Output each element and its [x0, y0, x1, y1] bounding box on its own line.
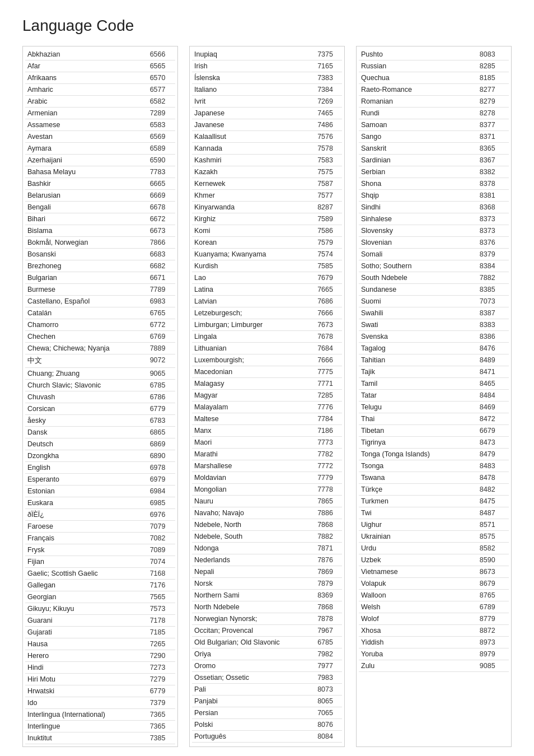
- language-name: Bislama: [25, 225, 148, 237]
- language-name: Walloon: [359, 590, 477, 601]
- language-name: åesky: [25, 415, 148, 427]
- table-row: Kernewek7587: [192, 178, 342, 190]
- language-name: Afrikaans: [25, 72, 148, 84]
- table-row: Wolof8779: [359, 613, 509, 625]
- language-name: Chuang; Zhuang: [25, 368, 148, 380]
- language-code: 8483: [477, 460, 509, 472]
- table-row: Svenska8386: [359, 331, 509, 343]
- language-name: Ndebele, North: [192, 519, 315, 531]
- language-name: Sundanese: [359, 284, 477, 296]
- table-row: Kirghiz7589: [192, 213, 342, 225]
- language-name: Latina: [192, 284, 315, 296]
- language-name: Occitan; Provencal: [192, 625, 315, 637]
- language-name: Hausa: [25, 638, 148, 650]
- table-row: Kuanyama; Kwanyama7574: [192, 249, 342, 260]
- table-row: Slovensky8373: [359, 225, 509, 237]
- table-row: Tswana8478: [359, 472, 509, 484]
- language-name: Deutsch: [25, 438, 148, 450]
- language-name: Luxembourgish;: [192, 354, 315, 366]
- language-name: Pushto: [359, 49, 477, 60]
- table-row: Manx7186: [192, 425, 342, 437]
- table-row: Interlingua (International)7365: [25, 709, 175, 721]
- language-table-1: Abkhazian6566Afar6565Afrikaans6570Amhari…: [25, 49, 175, 744]
- language-code: 6772: [148, 319, 175, 331]
- table-row: Bulgarian6671: [25, 272, 175, 284]
- table-row: Abkhazian6566: [25, 49, 175, 60]
- language-code: 7865: [315, 496, 342, 507]
- language-name: ðÏÈÏ¿: [25, 509, 148, 521]
- table-row: Gujarati7185: [25, 627, 175, 638]
- table-row: Bosanski6683: [25, 249, 175, 260]
- language-name: North Ndebele: [192, 601, 315, 613]
- language-name: Ndebele, South: [192, 531, 315, 543]
- language-name: Tibetan: [359, 425, 477, 437]
- table-row: Macedonian7775: [192, 366, 342, 378]
- language-name: Serbian: [359, 166, 477, 178]
- language-code: 7773: [315, 437, 342, 449]
- table-row: Norsk7879: [192, 578, 342, 590]
- language-name: Bahasa Melayu: [25, 166, 148, 178]
- language-code: 6566: [148, 49, 175, 60]
- language-code: 6976: [148, 509, 175, 521]
- language-name: Khmer: [192, 190, 315, 202]
- language-code: 7385: [148, 732, 175, 744]
- language-name: Kazakh: [192, 166, 315, 178]
- language-name: Swahili: [359, 307, 477, 319]
- language-name: Kalaallisut: [192, 131, 315, 143]
- table-row: Khmer7577: [192, 190, 342, 202]
- language-name: Norsk: [192, 578, 315, 590]
- table-row: Quechua8185: [359, 72, 509, 84]
- table-row: Nauru7865: [192, 496, 342, 507]
- language-code: 6783: [148, 415, 175, 427]
- table-row: Irish7165: [192, 60, 342, 72]
- language-name: Shqip: [359, 190, 477, 202]
- language-name: Kurdish: [192, 260, 315, 272]
- table-row: Welsh6789: [359, 601, 509, 613]
- language-table-2: Inupiaq7375Irish7165Íslenska7383Italiano…: [192, 49, 342, 743]
- language-code: 8473: [477, 437, 509, 449]
- language-code: 6785: [315, 637, 342, 648]
- language-code: 9085: [477, 660, 509, 672]
- language-code: 7185: [148, 627, 175, 638]
- language-code: 7684: [315, 343, 342, 354]
- language-code: 8386: [477, 331, 509, 343]
- language-name: Kernewek: [192, 178, 315, 190]
- table-row: Tonga (Tonga Islands)8479: [359, 449, 509, 460]
- language-name: Kinyarwanda: [192, 202, 315, 213]
- language-name: Latvian: [192, 296, 315, 307]
- language-code: 8472: [477, 413, 509, 425]
- language-name: Kashmiri: [192, 155, 315, 166]
- language-name: Ido: [25, 697, 148, 709]
- language-code: 8365: [477, 143, 509, 155]
- language-name: Estonian: [25, 486, 148, 497]
- language-name: Bashkir: [25, 178, 148, 190]
- table-row: Chechen6769: [25, 331, 175, 343]
- table-row: Gaelic; Scottish Gaelic7168: [25, 568, 175, 580]
- language-code: 7782: [315, 449, 342, 460]
- language-name: Esperanto: [25, 474, 148, 486]
- language-name: Afar: [25, 60, 148, 72]
- language-code: 8378: [477, 178, 509, 190]
- language-code: 7074: [148, 556, 175, 568]
- language-code: 7265: [148, 638, 175, 650]
- language-name: Faroese: [25, 521, 148, 533]
- language-name: Russian: [359, 60, 477, 72]
- language-code: 8471: [477, 366, 509, 378]
- table-row: Sardinian8367: [359, 155, 509, 166]
- language-name: Slovenian: [359, 237, 477, 249]
- language-code: 7789: [148, 284, 175, 296]
- language-code: 6565: [148, 60, 175, 72]
- table-row: Sundanese8385: [359, 284, 509, 296]
- language-code: 6682: [148, 260, 175, 272]
- language-table-3: Pushto8083Russian8285Quechua8185Raeto-Ro…: [359, 49, 509, 672]
- language-name: Magyar: [192, 390, 315, 402]
- language-name: Ndonga: [192, 543, 315, 554]
- language-name: Shona: [359, 178, 477, 190]
- table-row: Uighur8571: [359, 519, 509, 531]
- language-name: Interlingue: [25, 721, 148, 732]
- language-code: 8475: [477, 496, 509, 507]
- table-row: Castellano, Español6983: [25, 296, 175, 307]
- language-name: Irish: [192, 60, 315, 72]
- language-code: 6673: [148, 225, 175, 237]
- language-code: 6978: [148, 462, 175, 474]
